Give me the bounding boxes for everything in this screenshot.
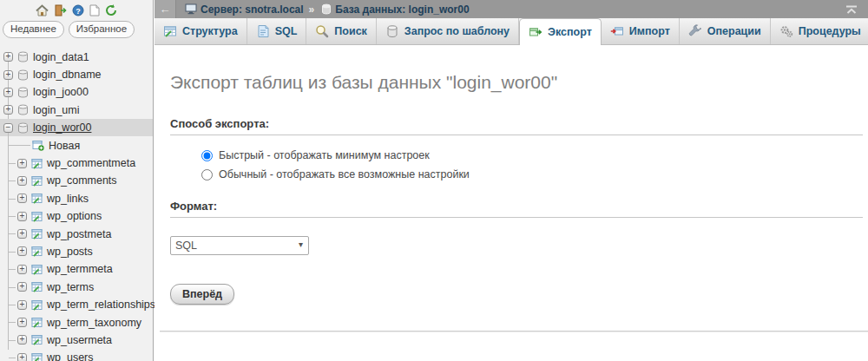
table-item-wp_options[interactable]: + wp_options: [0, 207, 153, 225]
format-heading: Формат:: [170, 200, 863, 218]
table-item-wp_term_taxonomy[interactable]: + wp_term_taxonomy: [0, 313, 153, 331]
table-item-wp_term_relationships[interactable]: + wp_term_relationships: [0, 296, 153, 313]
new-table-label[interactable]: Новая: [49, 140, 80, 152]
table-item-wp_usermeta[interactable]: + wp_usermeta: [0, 331, 153, 349]
export-icon: [529, 25, 542, 39]
breadcrumb-database[interactable]: База данных: login_wor00: [335, 3, 469, 16]
tab-label: Операции: [707, 25, 761, 37]
quick-export-label: Быстрый - отображать минимум настроек: [219, 149, 430, 161]
sidebar-db-login_data1[interactable]: + login_data1: [0, 49, 153, 66]
breadcrumb-bar: ← Сервер: snotra.local » База данных: lo…: [155, 0, 868, 18]
custom-export-option[interactable]: Обычный - отображать все возможные настр…: [201, 165, 868, 184]
table-label[interactable]: wp_links: [47, 193, 89, 205]
table-icon: [31, 299, 43, 311]
expand-icon[interactable]: +: [3, 52, 13, 62]
main-panel: ← Сервер: snotra.local » База данных: lo…: [155, 0, 868, 361]
table-icon: [31, 334, 43, 345]
expand-icon[interactable]: +: [17, 246, 27, 256]
expand-icon[interactable]: +: [17, 229, 27, 239]
reload-icon[interactable]: [105, 4, 117, 16]
tab-routines[interactable]: Процедуры: [771, 18, 868, 44]
quick-export-option[interactable]: Быстрый - отображать минимум настроек: [201, 146, 868, 165]
expand-icon[interactable]: +: [17, 318, 27, 327]
custom-export-radio[interactable]: [201, 169, 213, 180]
expand-icon[interactable]: +: [17, 194, 27, 203]
db-label[interactable]: login_umi: [33, 104, 80, 116]
expand-icon[interactable]: +: [17, 282, 27, 292]
tab-operations[interactable]: Операции: [680, 18, 771, 44]
table-label[interactable]: wp_options: [47, 210, 102, 222]
table-item-wp_links[interactable]: + wp_links: [0, 190, 153, 207]
table-item-wp_postmeta[interactable]: + wp_postmeta: [0, 225, 153, 242]
tab-export[interactable]: Экспорт: [519, 18, 602, 45]
custom-export-label: Обычный - отображать все возможные настр…: [219, 168, 470, 180]
db-label[interactable]: login_dbname: [33, 69, 102, 81]
table-label[interactable]: wp_term_taxonomy: [47, 317, 141, 329]
tab-sql[interactable]: SQL: [247, 18, 307, 44]
tab-label: Запрос по шаблону: [404, 25, 510, 37]
db-label[interactable]: login_data1: [33, 51, 89, 63]
favorite-tables-button[interactable]: Избранное: [69, 21, 135, 38]
table-label[interactable]: wp_posts: [47, 246, 93, 258]
sidebar-db-login_umi[interactable]: + login_umi: [0, 102, 153, 119]
table-icon: [31, 175, 43, 187]
breadcrumb-separator: »: [309, 3, 315, 16]
go-button[interactable]: Вперёд: [170, 284, 234, 305]
tab-structure[interactable]: Структура: [155, 18, 247, 44]
quick-export-radio[interactable]: [201, 150, 213, 161]
format-select[interactable]: SQL: [170, 236, 309, 255]
expand-icon[interactable]: +: [17, 265, 27, 274]
expand-icon[interactable]: +: [17, 159, 27, 168]
expand-icon[interactable]: +: [17, 176, 27, 186]
back-button[interactable]: ←: [155, 0, 176, 18]
table-label[interactable]: wp_postmeta: [47, 228, 111, 240]
table-icon: [31, 211, 43, 222]
database-icon: [17, 51, 29, 62]
table-item-wp_posts[interactable]: + wp_posts: [0, 243, 153, 260]
table-item-wp_comments[interactable]: + wp_comments: [0, 172, 153, 189]
breadcrumb-server[interactable]: Сервер: snotra.local: [201, 3, 304, 16]
table-item-wp_termmeta[interactable]: + wp_termmeta: [0, 260, 153, 278]
tab-search[interactable]: Поиск: [306, 18, 377, 44]
navigation-toolbar: ?: [0, 0, 153, 17]
db-label[interactable]: login_wor00: [33, 121, 91, 134]
collapse-panel-icon[interactable]: [845, 5, 858, 14]
table-item-wp_terms[interactable]: + wp_terms: [0, 279, 153, 296]
section-divider: [160, 331, 868, 331]
table-label[interactable]: wp_terms: [47, 281, 94, 293]
table-label[interactable]: wp_termmeta: [47, 263, 113, 275]
expand-icon[interactable]: +: [17, 335, 27, 345]
operations-icon: [688, 24, 702, 38]
db-label[interactable]: login_joo00: [33, 86, 89, 98]
expand-icon[interactable]: +: [17, 300, 27, 310]
tab-label: Экспорт: [548, 26, 592, 38]
expand-icon[interactable]: +: [17, 353, 27, 361]
expand-icon[interactable]: +: [3, 70, 13, 80]
table-label[interactable]: wp_term_relationships: [47, 299, 155, 311]
expand-icon[interactable]: +: [17, 212, 27, 221]
table-label[interactable]: wp_usermeta: [47, 334, 112, 346]
server-icon: [185, 3, 197, 15]
tab-query-by-example[interactable]: Запрос по шаблону: [377, 18, 519, 44]
table-item-wp_commentmeta[interactable]: + wp_commentmeta: [0, 154, 153, 172]
table-label[interactable]: wp_comments: [47, 174, 117, 187]
table-label[interactable]: wp_commentmeta: [47, 157, 135, 169]
export-method-heading: Способ экспорта:: [170, 117, 863, 135]
collapse-tree-icon[interactable]: −: [3, 123, 13, 133]
recent-tables-button[interactable]: Недавнее: [3, 21, 64, 38]
docs-icon[interactable]: [89, 4, 100, 16]
tab-import[interactable]: Импорт: [602, 18, 680, 44]
expand-icon[interactable]: +: [3, 105, 13, 115]
logout-icon[interactable]: [54, 4, 67, 16]
database-tree: + login_data1 + login_dbname + login_joo…: [0, 49, 153, 361]
table-item-wp_users[interactable]: + wp_users: [0, 349, 153, 361]
help-icon[interactable]: ?: [72, 4, 84, 16]
new-table-item[interactable]: Новая: [0, 136, 153, 154]
sidebar-db-login_dbname[interactable]: + login_dbname: [0, 66, 153, 83]
sidebar-db-login_joo00[interactable]: + login_joo00: [0, 83, 153, 101]
expand-icon[interactable]: +: [3, 88, 13, 97]
sidebar-db-login_wor00[interactable]: − login_wor00: [0, 119, 153, 136]
navigation-quick-lists: Недавнее Избранное: [0, 17, 153, 38]
home-icon[interactable]: [36, 4, 49, 16]
table-label[interactable]: wp_users: [47, 351, 94, 361]
